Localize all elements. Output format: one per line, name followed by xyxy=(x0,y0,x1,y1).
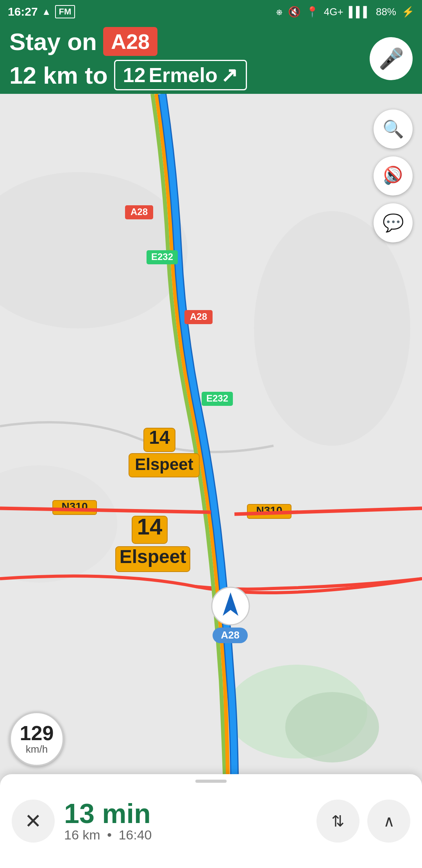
svg-text:E232: E232 xyxy=(151,251,173,262)
eta-details: 16 km • 16:40 xyxy=(64,827,307,843)
svg-text:A28: A28 xyxy=(221,629,240,641)
microphone-icon: 🎤 xyxy=(379,47,404,71)
speed-value: 129 xyxy=(20,723,54,743)
handle-bar xyxy=(195,780,227,783)
signal-bars-icon: ▌▌▌ xyxy=(349,6,370,18)
report-icon: 💬 xyxy=(383,213,404,233)
signal-label: 4G+ xyxy=(324,6,343,18)
status-left: 16:27 ▲ FM xyxy=(8,5,75,18)
mute-icon: 🔊🚫 xyxy=(383,167,403,185)
search-button[interactable]: 🔍 xyxy=(374,109,413,149)
eta-time: 13 min xyxy=(64,800,307,827)
svg-text:Elspeet: Elspeet xyxy=(120,546,186,567)
svg-point-2 xyxy=(254,211,410,446)
close-icon: ✕ xyxy=(25,809,42,833)
bottom-right-buttons: ⇅ ∧ xyxy=(316,800,410,843)
nav-line2: 12 km to 12 Ermelo ↗ xyxy=(9,60,370,90)
bottom-info: 13 min 16 km • 16:40 xyxy=(55,800,316,843)
exit-badge: 12 Ermelo ↗ xyxy=(114,60,247,90)
report-button[interactable]: 💬 xyxy=(374,203,413,242)
svg-text:A28: A28 xyxy=(131,206,148,217)
exit-name: Ermelo xyxy=(148,63,217,87)
mute-button[interactable]: 🔊🚫 xyxy=(374,156,413,195)
battery-label: 88% xyxy=(376,6,396,18)
exit-arrow: ↗ xyxy=(221,63,238,87)
map-svg: A28 E232 A28 E232 14 Elspeet N310 N310 1… xyxy=(0,94,422,774)
voice-button[interactable]: 🎤 xyxy=(370,37,413,80)
expand-button[interactable]: ∧ xyxy=(367,800,410,843)
expand-icon: ∧ xyxy=(383,812,395,830)
road-badge: A28 xyxy=(103,27,157,56)
time-display: 16:27 xyxy=(8,5,38,18)
stay-on-text: Stay on xyxy=(9,28,97,56)
nav-line1: Stay on A28 xyxy=(9,27,370,56)
status-bar: 16:27 ▲ FM ⎈ 🔇 📍 4G+ ▌▌▌ 88% ⚡ xyxy=(0,0,422,23)
bluetooth-icon: ⎈ xyxy=(276,6,283,18)
svg-point-5 xyxy=(285,692,379,762)
nav-header: Stay on A28 12 km to 12 Ermelo ↗ 🎤 xyxy=(0,23,422,94)
routes-button[interactable]: ⇅ xyxy=(316,800,359,843)
arrival-time: 16:40 xyxy=(118,827,152,842)
battery-icon: ⚡ xyxy=(402,6,414,18)
distance-detail: 16 km xyxy=(64,827,100,842)
fm-badge: FM xyxy=(55,5,75,18)
mute-icon: 🔇 xyxy=(288,6,300,18)
map-area[interactable]: A28 E232 A28 E232 14 Elspeet N310 N310 1… xyxy=(0,94,422,774)
nav-arrow-icon: ▲ xyxy=(42,6,51,17)
location-icon: 📍 xyxy=(306,6,318,18)
status-right: ⎈ 🔇 📍 4G+ ▌▌▌ 88% ⚡ xyxy=(276,6,414,18)
speed-unit: km/h xyxy=(26,743,48,755)
svg-text:14: 14 xyxy=(149,427,170,448)
separator: • xyxy=(107,827,112,842)
svg-text:A28: A28 xyxy=(190,311,207,322)
speed-indicator: 129 km/h xyxy=(9,712,64,766)
nav-instruction: Stay on A28 12 km to 12 Ermelo ↗ xyxy=(9,27,370,90)
close-button[interactable]: ✕ xyxy=(12,800,55,843)
svg-text:Elspeet: Elspeet xyxy=(135,455,193,473)
distance-text: 12 km to xyxy=(9,61,108,89)
search-icon: 🔍 xyxy=(383,119,404,139)
svg-text:E232: E232 xyxy=(206,393,228,404)
exit-number: 12 xyxy=(123,63,146,87)
svg-text:14: 14 xyxy=(137,514,163,539)
bottom-panel: ✕ 13 min 16 km • 16:40 ⇅ ∧ xyxy=(0,774,422,868)
routes-icon: ⇅ xyxy=(331,812,345,830)
